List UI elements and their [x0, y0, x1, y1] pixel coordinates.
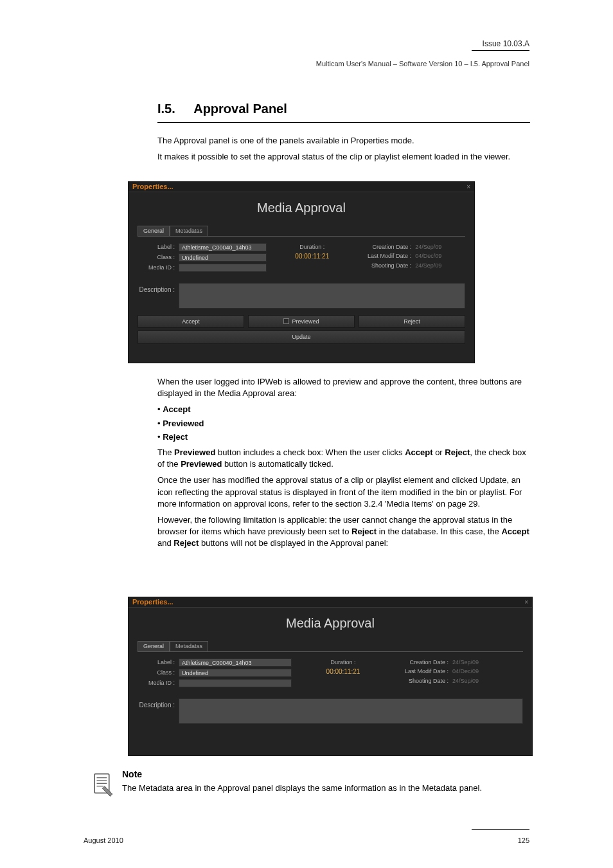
- tab-general[interactable]: General: [138, 226, 170, 236]
- label-mediaid: Media ID :: [138, 679, 179, 687]
- window-title: Properties...: [132, 597, 173, 607]
- mid-p3: Once the user has modified the approval …: [157, 475, 530, 510]
- chapter-name: Approval Panel: [193, 102, 287, 116]
- tab-general[interactable]: General: [138, 641, 170, 651]
- mediaid-input[interactable]: [179, 264, 267, 272]
- shooting-value: 24/Sep/09: [452, 677, 479, 685]
- panel-title: Media Approval: [129, 192, 474, 226]
- issue-label: Issue 10.03.A: [483, 39, 529, 50]
- tabs: General Metadatas: [138, 641, 532, 651]
- tabs: General Metadatas: [138, 226, 474, 236]
- doc-title: Multicam User's Manual – Software Versio…: [316, 59, 529, 69]
- window-titlebar: Properties... ×: [129, 182, 474, 192]
- tab-metadata[interactable]: Metadatas: [170, 226, 208, 236]
- label-duration: Duration :: [280, 243, 344, 251]
- running-header: Issue 10.03.A Multicam User's Manual – S…: [0, 39, 613, 58]
- update-button[interactable]: Update: [138, 330, 465, 344]
- label-shooting: Shooting Date :: [357, 262, 415, 270]
- duration-value: 00:00:11:21: [295, 253, 329, 260]
- description-input[interactable]: [179, 698, 523, 724]
- label-duration: Duration :: [305, 658, 382, 667]
- reject-button[interactable]: Reject: [359, 315, 465, 329]
- note-icon: [87, 768, 120, 802]
- window-title: Properties...: [132, 182, 173, 192]
- body-block-1: When the user logged into IPWeb is allow…: [157, 376, 530, 554]
- description-input[interactable]: [179, 283, 465, 309]
- label-input[interactable]: Athletisme_C00040_14h03: [179, 658, 292, 667]
- mid-p2: The Previewed button includes a check bo…: [157, 447, 530, 470]
- label-class: Class :: [138, 669, 179, 677]
- intro-text: The Approval panel is one of the panels …: [157, 135, 530, 167]
- chapter-number: I.5.: [157, 102, 175, 116]
- bullet-accept: Accept: [157, 404, 530, 415]
- creation-value: 24/Sep/09: [452, 658, 479, 667]
- chapter-rule: [157, 122, 530, 123]
- note-block: Note The Metadata area in the Approval p…: [122, 768, 530, 794]
- approval-button-row: Accept Previewed Reject: [138, 315, 465, 329]
- chapter-heading: I.5. Approval Panel: [157, 100, 524, 118]
- lastmodif-value: 04/Dec/09: [415, 252, 441, 260]
- close-icon[interactable]: ×: [524, 598, 528, 607]
- mid-p1: When the user logged into IPWeb is allow…: [157, 376, 530, 399]
- screenshot-approval-full: Properties... × Media Approval General M…: [128, 181, 475, 363]
- label-class: Class :: [138, 253, 179, 262]
- label-mediaid: Media ID :: [138, 264, 179, 272]
- footer-date: August 2010: [84, 836, 123, 845]
- label-lastmodif: Last Modif Date :: [357, 252, 415, 260]
- label-input[interactable]: Athletisme_C00040_14h03: [179, 243, 267, 251]
- bullet-reject: Reject: [157, 431, 530, 443]
- previewed-checkbox[interactable]: [283, 318, 289, 324]
- label-lastmodif: Last Modif Date :: [395, 667, 452, 676]
- note-title: Note: [122, 768, 530, 781]
- intro-p2: It makes it possible to set the approval…: [157, 151, 530, 163]
- duration-value: 00:00:11:21: [326, 668, 360, 675]
- label-creation: Creation Date :: [357, 243, 415, 251]
- label-creation: Creation Date :: [395, 658, 452, 667]
- class-input[interactable]: Undefined: [179, 669, 292, 677]
- accept-button[interactable]: Accept: [138, 315, 244, 329]
- window-titlebar: Properties... ×: [129, 597, 532, 608]
- close-icon[interactable]: ×: [466, 183, 470, 192]
- screenshot-approval-restricted: Properties... × Media Approval General M…: [128, 597, 533, 756]
- lastmodif-value: 04/Dec/09: [452, 667, 479, 676]
- intro-p1: The Approval panel is one of the panels …: [157, 135, 530, 147]
- tab-metadata[interactable]: Metadatas: [170, 641, 208, 651]
- mid-p4: However, the following limitation is app…: [157, 514, 530, 550]
- previewed-button[interactable]: Previewed: [248, 315, 355, 329]
- bullet-previewed: Previewed: [157, 418, 530, 429]
- creation-value: 24/Sep/09: [415, 243, 441, 251]
- note-body: The Metadata area in the Approval panel …: [122, 782, 530, 794]
- class-input[interactable]: Undefined: [179, 253, 267, 262]
- page-number: 125: [518, 836, 529, 845]
- mediaid-input[interactable]: [179, 679, 292, 687]
- label-label: Label :: [138, 243, 179, 251]
- label-label: Label :: [138, 658, 179, 667]
- label-description: Description :: [138, 698, 179, 710]
- label-shooting: Shooting Date :: [395, 677, 452, 685]
- shooting-value: 24/Sep/09: [415, 262, 441, 270]
- panel-title: Media Approval: [129, 608, 532, 641]
- label-description: Description :: [138, 283, 179, 294]
